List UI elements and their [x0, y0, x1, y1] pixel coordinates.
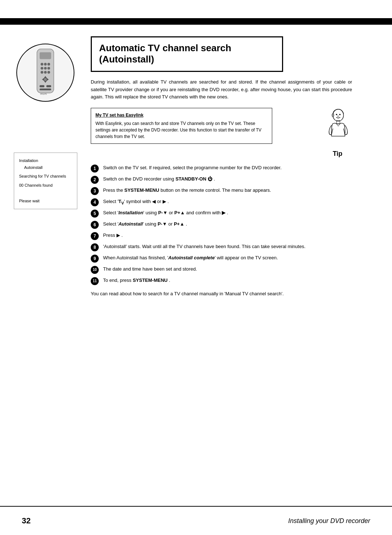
step-5: 5 Select 'Installation' using P-▼ or P+▲… — [91, 209, 352, 218]
title-box: Automatic TV channel search (Autoinstall… — [91, 36, 283, 72]
step-number-1: 1 — [91, 165, 99, 173]
svg-point-3 — [44, 63, 46, 65]
step-number-2: 2 — [91, 176, 99, 184]
step-number-7: 7 — [91, 232, 99, 240]
step-8: 8 'Autoinstall' starts. Wait until all t… — [91, 243, 352, 251]
step-10: 10 The date and time have been set and s… — [91, 266, 352, 274]
svg-point-5 — [41, 67, 43, 69]
screen-box-line4: 00 Channels found — [19, 182, 72, 189]
page-number: 32 — [22, 516, 30, 526]
main-content: PHILIPS Installation Autoinstall Searchi… — [0, 33, 392, 506]
tip-box-text: With Easylink, you can search for and st… — [95, 120, 268, 140]
step-4: 4 Select 'TV' symbol with ◀ or ▶ . — [91, 198, 352, 206]
step-number-8: 8 — [91, 243, 99, 251]
svg-point-21 — [336, 114, 337, 115]
page-footer: 32 Installing your DVD recorder — [0, 506, 392, 535]
step-text-3: Press the SYSTEM-MENU button on the remo… — [103, 187, 352, 194]
step-text-8: 'Autoinstall' starts. Wait until all the… — [103, 243, 352, 250]
step-number-9: 9 — [91, 255, 99, 263]
step-text-1: Switch on the TV set. If required, selec… — [103, 164, 352, 171]
step-1: 1 Switch on the TV set. If required, sel… — [91, 164, 352, 173]
screen-box-line3: Searching for TV channels — [19, 173, 72, 180]
step-text-9: When Autoinstall has finished, 'Autoinst… — [103, 254, 352, 262]
svg-rect-18 — [40, 89, 51, 90]
screen-box-line2: Autoinstall — [19, 164, 72, 171]
screen-box: Installation Autoinstall Searching for T… — [14, 153, 77, 209]
svg-point-6 — [44, 67, 46, 69]
step-number-3: 3 — [91, 187, 99, 195]
svg-point-9 — [44, 71, 46, 73]
step-text-2: Switch on the DVD recorder using STANDBY… — [103, 175, 352, 183]
svg-point-15 — [44, 78, 46, 81]
right-column: Automatic TV channel search (Autoinstall… — [80, 33, 392, 506]
top-bar — [0, 18, 392, 25]
step-number-11: 11 — [91, 277, 99, 285]
tip-label: Tip — [333, 150, 343, 158]
step-7: 7 Press ▶ . — [91, 232, 352, 240]
step-number-6: 6 — [91, 221, 99, 229]
step-text-7: Press ▶ . — [103, 232, 352, 239]
step-9: 9 When Autoinstall has finished, 'Autoin… — [91, 254, 352, 263]
svg-text:PHILIPS: PHILIPS — [40, 93, 47, 95]
screen-box-line1: Installation — [19, 157, 72, 164]
svg-point-4 — [48, 63, 50, 65]
step-text-11: To end, press SYSTEM-MENU . — [103, 277, 352, 284]
step-text-10: The date and time have been set and stor… — [103, 266, 352, 273]
step-number-4: 4 — [91, 198, 99, 206]
step-6: 6 Select 'Autoinstall' using P-▼ or P+▲ … — [91, 220, 352, 229]
tip-box: My TV set has Easylink With Easylink, yo… — [91, 108, 272, 144]
svg-point-2 — [41, 63, 43, 65]
svg-rect-17 — [46, 85, 51, 88]
step-11: 11 To end, press SYSTEM-MENU . — [91, 277, 352, 285]
screen-box-line5: Please wait — [19, 198, 72, 204]
remote-control-illustration: PHILIPS — [16, 44, 74, 102]
tip-figure: Tip — [323, 108, 352, 158]
tip-box-title: My TV set has Easylink — [95, 112, 268, 118]
tip-area: My TV set has Easylink With Easylink, yo… — [91, 108, 352, 158]
svg-point-22 — [339, 114, 341, 115]
step-text-6: Select 'Autoinstall' using P-▼ or P+▲ . — [103, 220, 352, 228]
step-text-4: Select 'TV' symbol with ◀ or ▶ . — [103, 198, 352, 206]
svg-rect-1 — [40, 52, 51, 59]
footer-title: Installing your DVD recorder — [288, 517, 370, 525]
footer-note: You can read about how to search for a T… — [91, 291, 352, 296]
steps-list: 1 Switch on the TV set. If required, sel… — [91, 164, 352, 285]
svg-rect-16 — [40, 85, 44, 88]
svg-point-8 — [41, 71, 43, 73]
step-number-5: 5 — [91, 210, 99, 218]
left-column: PHILIPS Installation Autoinstall Searchi… — [0, 33, 80, 506]
step-text-5: Select 'Installation' using P-▼ or P+▲ a… — [103, 209, 352, 216]
step-2: 2 Switch on the DVD recorder using STAND… — [91, 175, 352, 184]
page-title: Automatic TV channel search (Autoinstall… — [99, 42, 275, 65]
intro-paragraph: During installation, all available TV ch… — [91, 78, 352, 100]
svg-point-10 — [48, 71, 50, 73]
step-number-10: 10 — [91, 266, 99, 274]
svg-point-7 — [48, 67, 50, 69]
step-3: 3 Press the SYSTEM-MENU button on the re… — [91, 187, 352, 195]
